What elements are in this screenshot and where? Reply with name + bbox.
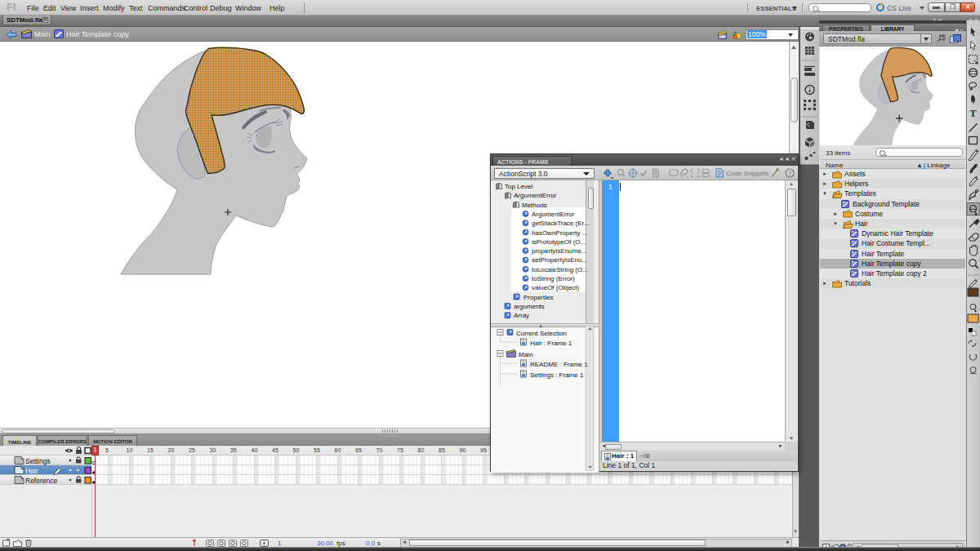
svg-text:Settings : Frame 1: Settings : Frame 1 [530,371,584,379]
svg-text:T: T [969,108,976,119]
svg-text:isPrototypeOf (O...: isPrototypeOf (O... [532,238,586,246]
svg-text:Array: Array [514,312,529,319]
svg-text:README : Frame 1: README : Frame 1 [530,361,588,368]
svg-text:valueOf (Object): valueOf (Object) [532,284,580,291]
svg-text:30.00: 30.00 [317,540,334,547]
svg-text:Main: Main [519,351,532,358]
svg-text:ArgumentError: ArgumentError [514,192,557,199]
svg-text:?: ? [788,170,792,177]
svg-text:1: 1 [278,540,282,547]
svg-text:propertyIsEnume...: propertyIsEnume... [532,247,587,255]
svg-text:hasOwnProperty ...: hasOwnProperty ... [532,229,587,237]
svg-text:Current Selection: Current Selection [516,330,567,337]
svg-text:s: s [377,540,381,547]
svg-text:Hair : Frame 1: Hair : Frame 1 [530,340,572,347]
svg-text:toLocaleString (O...: toLocaleString (O... [532,266,588,273]
svg-text:ArgumentError: ArgumentError [532,211,575,218]
svg-text:Top Level: Top Level [505,183,532,190]
svg-text:0.0: 0.0 [366,540,376,547]
svg-text:setPropertyIsEnu...: setPropertyIsEnu... [532,256,587,264]
svg-text:getStackTrace (Er...: getStackTrace (Er... [532,220,589,227]
svg-text:Properties: Properties [523,294,553,301]
svg-text:toString (Error): toString (Error) [532,275,575,282]
svg-text:Methods: Methods [522,202,547,209]
svg-text:fps: fps [336,540,345,547]
svg-text:arguments: arguments [514,303,545,310]
svg-text:Code Snippets: Code Snippets [726,170,768,177]
